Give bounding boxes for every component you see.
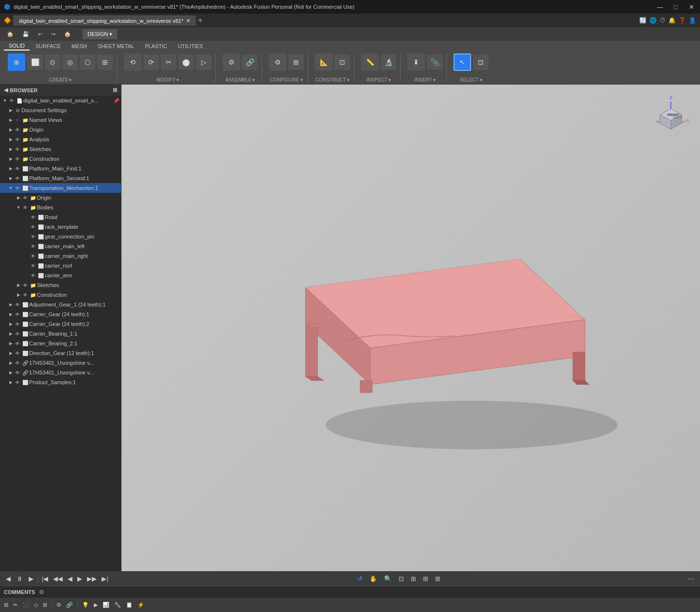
chamfer-icon[interactable]: ✂	[161, 54, 176, 70]
eye-root[interactable]: 👁	[8, 97, 16, 104]
expand-carrier-gear1[interactable]: ▶	[8, 311, 14, 317]
expand-17hs1[interactable]: ▶	[8, 360, 14, 366]
eye-bodies[interactable]: 👁	[21, 204, 29, 211]
save-menu-item[interactable]: 💾	[18, 29, 33, 39]
more-create-icon[interactable]: ⊞	[97, 54, 113, 70]
nav-home-icon[interactable]: ⊞	[2, 601, 10, 609]
nav-sketch-icon[interactable]: ✏	[11, 601, 19, 609]
eye-17hs2[interactable]: 👁	[14, 369, 21, 376]
expand-product-samples[interactable]: ▶	[8, 379, 14, 385]
design-dropdown-button[interactable]: DESIGN ▾	[83, 29, 117, 39]
expand-origin-child[interactable]: ▶	[16, 195, 21, 201]
tree-item-sketches[interactable]: ▶ 👁 📁 Sketches	[0, 144, 121, 154]
root-pin[interactable]: 📌	[113, 98, 119, 103]
eye-carrier-bearing2[interactable]: 👁	[14, 340, 21, 347]
tree-item-platform-second[interactable]: ▶ 👁 ⬜ Platform_Main_Second:1	[0, 173, 121, 183]
insert-icon2[interactable]: 📎	[427, 54, 442, 70]
expand-analysis[interactable]: ▶	[8, 136, 14, 142]
nav-display-icon[interactable]: ⊞	[433, 574, 442, 583]
nav-orbit-icon[interactable]: ↺	[355, 574, 365, 583]
expand-construction-child[interactable]: ▶	[16, 292, 21, 298]
expand-sketches-child[interactable]: ▶	[16, 282, 21, 288]
select-label[interactable]: SELECT	[460, 77, 482, 83]
tab-sheet-metal[interactable]: SHEET METAL	[93, 42, 139, 50]
tab-utilities[interactable]: UTILITIES	[173, 42, 208, 50]
eye-platform-first[interactable]: 👁	[14, 165, 21, 172]
undo-menu-item[interactable]: ↩	[34, 29, 46, 39]
expand-carrier-bearing2[interactable]: ▶	[8, 340, 14, 346]
nav-zoom-window-icon[interactable]: ⊞	[409, 574, 418, 583]
tree-item-bodies[interactable]: ▼ 👁 📁 Bodies	[0, 203, 121, 212]
nav-joint-icon[interactable]: ⚙	[54, 601, 63, 609]
revolve-icon[interactable]: ⊙	[45, 54, 60, 70]
nav-assembly-icon[interactable]: 🔗	[64, 601, 75, 609]
nav-icon-step-fwd[interactable]: ▶	[75, 574, 84, 583]
nav-icon-start[interactable]: |◀	[40, 574, 50, 583]
nav-icon-back[interactable]: ◀	[4, 574, 13, 583]
redo-menu-item[interactable]: ↪	[47, 29, 59, 39]
browser-content[interactable]: ▼ 👁 📄 digital_twin_enabled_smart_s... 📌 …	[0, 96, 121, 571]
expand-root[interactable]: ▼	[2, 98, 8, 103]
eye-dir-gear[interactable]: 👁	[14, 349, 21, 357]
expand-transport[interactable]: ▼	[8, 185, 14, 191]
tree-item-named-views[interactable]: ▶ 👁 📁 Named Views	[0, 115, 121, 125]
browser-expand-all-icon[interactable]: ⊞	[113, 87, 117, 93]
eye-rack[interactable]: 👁	[29, 223, 37, 231]
expand-named-views[interactable]: ▶	[8, 117, 14, 123]
inspect-label[interactable]: INSPECT	[367, 77, 391, 83]
press-pull-icon[interactable]: ⟲	[124, 53, 141, 71]
close-button[interactable]: ✕	[686, 3, 696, 11]
nav-manufacture-icon[interactable]: 🔧	[112, 601, 123, 609]
nav-solid-icon[interactable]: ⬛	[20, 601, 31, 609]
viewport[interactable]: Z X FRONT RIGHT	[122, 85, 700, 571]
nav-render-icon[interactable]: 💡	[80, 601, 91, 609]
nav-grid-icon[interactable]: ⊞	[421, 574, 430, 583]
tab-surface[interactable]: SURFACE	[31, 42, 66, 50]
expand-carrier-gear2[interactable]: ▶	[8, 321, 14, 327]
more-tools-icon[interactable]: ⋯	[686, 574, 696, 583]
tree-item-carrier-right[interactable]: ▶ 👁 ⬜ carrier_main_right	[0, 251, 121, 261]
plane-icon[interactable]: 📐	[315, 53, 332, 71]
insert-label[interactable]: INSERT	[414, 77, 436, 83]
loft-icon[interactable]: ⬡	[80, 54, 95, 70]
fillet-icon[interactable]: ⟳	[143, 54, 159, 70]
nav-surface-icon[interactable]: ◇	[32, 601, 40, 609]
configure-icon2[interactable]: ⊞	[288, 54, 304, 70]
tree-item-adj-gear[interactable]: ▶ 👁 ⬜ Adjustment_Gear_1 (24 teeth):1	[0, 300, 121, 309]
main-tab[interactable]: digital_twin_enabled_smart_shipping_work…	[13, 16, 196, 26]
nav-icon-prev[interactable]: ◀◀	[51, 574, 65, 583]
nav-look-icon[interactable]: 🔍	[382, 574, 394, 583]
expand-adj-gear[interactable]: ▶	[8, 302, 14, 307]
eye-platform-second[interactable]: 👁	[14, 174, 21, 182]
tree-item-carrier-arm[interactable]: ▶ 👁 ⬜ carrier_arm	[0, 271, 121, 280]
expand-platform-first[interactable]: ▶	[8, 166, 14, 171]
eye-sketches[interactable]: 👁	[14, 145, 21, 153]
tree-item-dir-gear[interactable]: ▶ 👁 ⬜ Direction_Gear (12 teeth):1	[0, 348, 121, 358]
eye-road[interactable]: 👁	[29, 213, 37, 221]
extrude-icon[interactable]: ⬜	[27, 54, 43, 70]
eye-carrier-gear2[interactable]: 👁	[14, 320, 21, 328]
eye-named-views[interactable]: 👁	[14, 116, 21, 124]
user-icon[interactable]: 👤	[689, 17, 696, 24]
tab-close-button[interactable]: ✕	[186, 18, 190, 23]
browser-collapse-icon[interactable]: ◀	[4, 87, 8, 93]
axis-icon[interactable]: ⊡	[334, 54, 350, 70]
tree-item-construction-child[interactable]: ▶ 👁 📁 Construction	[0, 290, 121, 300]
maximize-button[interactable]: □	[671, 3, 681, 11]
modify-label[interactable]: MODIFY	[157, 77, 179, 83]
eye-origin[interactable]: 👁	[14, 126, 21, 134]
eye-analysis[interactable]: 👁	[14, 136, 21, 143]
help-icon[interactable]: ❓	[679, 17, 686, 24]
home-menu-item[interactable]: 🏠	[3, 29, 18, 39]
eye-origin-child[interactable]: 👁	[21, 194, 29, 202]
nav-pan-icon[interactable]: ✋	[368, 574, 379, 583]
history-icon[interactable]: ⏱	[660, 17, 665, 24]
construct-label[interactable]: CONSTRUCT	[315, 77, 350, 83]
expand-platform-second[interactable]: ▶	[8, 175, 14, 181]
tree-item-origin[interactable]: ▶ 👁 📁 Origin	[0, 125, 121, 135]
inspect-icon2[interactable]: 🔬	[381, 54, 396, 70]
nav-icon-next[interactable]: ▶▶	[85, 574, 99, 583]
notification-icon[interactable]: 🔔	[668, 17, 676, 24]
tab-plastic[interactable]: PLASTIC	[140, 42, 172, 50]
tree-item-carrier-left[interactable]: ▶ 👁 ⬜ carrier_main_left	[0, 241, 121, 251]
